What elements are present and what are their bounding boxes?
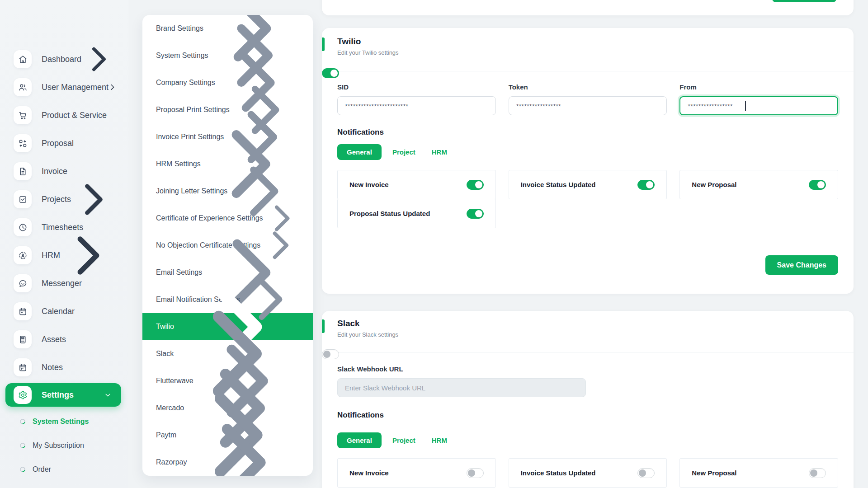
settings-menu-item-label: Joining Letter Settings (156, 187, 227, 195)
sidebar-subitem-order[interactable]: Order (0, 457, 128, 481)
twilio-card-header: Twilio Edit your Twilio settings (322, 28, 854, 71)
toggle-knob (330, 70, 338, 77)
sidebar-subitem-my-subscription[interactable]: My Subscription (0, 433, 128, 457)
new-invoice-toggle[interactable] (467, 468, 484, 478)
cart-icon (18, 111, 28, 120)
previous-card-partial (322, 0, 854, 15)
toggle-knob (646, 181, 653, 188)
token-input[interactable] (509, 96, 667, 115)
main-content: Twilio Edit your Twilio settings SIDToke… (322, 0, 854, 488)
sidebar-item-label: Dashboard (42, 55, 81, 64)
save-changes-button[interactable]: Save Changes (765, 255, 838, 275)
chat-icon-box (14, 274, 32, 292)
invoice-status-updated-toggle[interactable] (637, 468, 655, 478)
sidebar-subitem-label: System Settings (33, 418, 89, 426)
notification-box-new-proposal: New Proposal (679, 458, 838, 488)
save-button-partial[interactable] (772, 0, 836, 2)
toggle-knob (817, 181, 825, 188)
home-icon-box (14, 50, 32, 68)
bullet-icon (19, 418, 27, 425)
field-label: SID (337, 83, 496, 91)
settings-menu-item-label: Twilio (156, 323, 174, 331)
notification-box-invoice-status-updated: Invoice Status Updated (509, 170, 667, 199)
calendar-icon (18, 307, 28, 316)
text-caret (745, 101, 746, 111)
sidebar-item-assets[interactable]: Assets (0, 325, 128, 353)
twilio-card: Twilio Edit your Twilio settings SIDToke… (322, 28, 854, 294)
chat-icon (18, 279, 28, 288)
notification-box-new-invoice: New Invoice (337, 458, 496, 488)
from-input[interactable] (679, 96, 838, 115)
sidebar-item-label: Messenger (42, 279, 117, 288)
accent-bar (322, 38, 325, 51)
invoice-icon-box (14, 162, 32, 180)
clock-icon-box (14, 218, 32, 236)
chevron-right-icon (71, 177, 117, 222)
new-proposal-toggle[interactable] (809, 180, 826, 190)
chevron-right-icon (60, 227, 117, 284)
settings-menu-item-label: Paytm (156, 431, 176, 439)
sidebar-item-notes[interactable]: Notes (0, 353, 128, 381)
home-icon (18, 55, 28, 64)
slack-webhook-input[interactable] (337, 378, 586, 397)
sidebar-item-dashboard[interactable]: Dashboard (0, 45, 128, 73)
invoice-status-updated-toggle[interactable] (637, 180, 655, 190)
notification-box-invoice-status-updated: Invoice Status Updated (509, 458, 667, 488)
sidebar-item-proposal[interactable]: Proposal (0, 129, 128, 157)
settings-menu-item-razorpay[interactable]: Razorpay (142, 449, 313, 476)
sidebar-item-product-service[interactable]: Product & Service (0, 101, 128, 129)
sidebar-item-projects[interactable]: Projects (0, 185, 128, 213)
notification-box-new-invoice: New Invoice (337, 170, 496, 199)
bullet-icon (19, 465, 27, 473)
chevron-right-icon (108, 83, 117, 91)
check-square-icon (18, 195, 28, 204)
settings-menu-item-label: System Settings (156, 52, 208, 60)
proposal-status-updated-toggle[interactable] (467, 209, 484, 219)
twilio-subtitle: Edit your Twilio settings (337, 49, 838, 56)
sidebar-item-label: HRM (42, 251, 60, 260)
notification-label: Invoice Status Updated (521, 181, 596, 188)
twilio-enabled-toggle[interactable] (322, 68, 339, 78)
sidebar-item-settings[interactable]: Settings (5, 383, 121, 407)
sidebar-item-hrm[interactable]: HRM (0, 241, 128, 269)
calendar-icon-box (14, 302, 32, 320)
users-icon (18, 83, 28, 92)
toggle-knob (323, 351, 330, 358)
sidebar-item-label: Notes (42, 363, 117, 372)
field-token: Token (509, 83, 667, 115)
sid-input[interactable] (337, 96, 496, 115)
sidebar-item-label: Product & Service (42, 111, 117, 120)
sidebar-item-calendar[interactable]: Calendar (0, 297, 128, 325)
sidebar-subitem-system-settings[interactable]: System Settings (0, 409, 128, 433)
sidebar-item-label: Invoice (42, 167, 117, 176)
tab-project[interactable]: Project (384, 432, 424, 448)
users-icon-box (14, 78, 32, 96)
chevron-down-icon (104, 392, 111, 399)
notes-icon-box (14, 358, 32, 376)
sidebar-item-label: Proposal (42, 139, 117, 148)
tab-general[interactable]: General (337, 432, 382, 448)
tab-project[interactable]: Project (384, 144, 424, 160)
slack-card-header: Slack Edit your Slack settings (322, 311, 854, 352)
slack-subtitle: Edit your Slack settings (337, 331, 838, 338)
sidebar-item-user-management[interactable]: User Management (0, 73, 128, 101)
notification-label: Proposal Status Updated (349, 210, 430, 217)
sidebar-item-label: User Management (42, 83, 108, 92)
chevron-right-icon (81, 42, 117, 77)
calculator-icon (18, 335, 28, 344)
tab-general[interactable]: General (337, 144, 382, 160)
new-proposal-toggle[interactable] (809, 468, 826, 478)
sidebar-settings-subnav: System SettingsMy SubscriptionOrder (0, 409, 128, 481)
input-wrap (509, 96, 667, 115)
field-label: From (679, 83, 838, 91)
new-invoice-toggle[interactable] (467, 180, 484, 190)
notes-icon (18, 363, 28, 372)
tab-hrm[interactable]: HRM (424, 144, 455, 160)
tab-hrm[interactable]: HRM (424, 432, 455, 448)
field-sid: SID (337, 83, 496, 115)
check-square-icon-box (14, 190, 32, 208)
twilio-notification-toggles: New InvoiceInvoice Status UpdatedNew Pro… (337, 170, 838, 228)
webhook-label: Slack Webhook URL (337, 365, 838, 373)
slack-notification-toggles: New InvoiceInvoice Status UpdatedNew Pro… (337, 458, 838, 488)
slack-enabled-toggle[interactable] (322, 349, 339, 359)
